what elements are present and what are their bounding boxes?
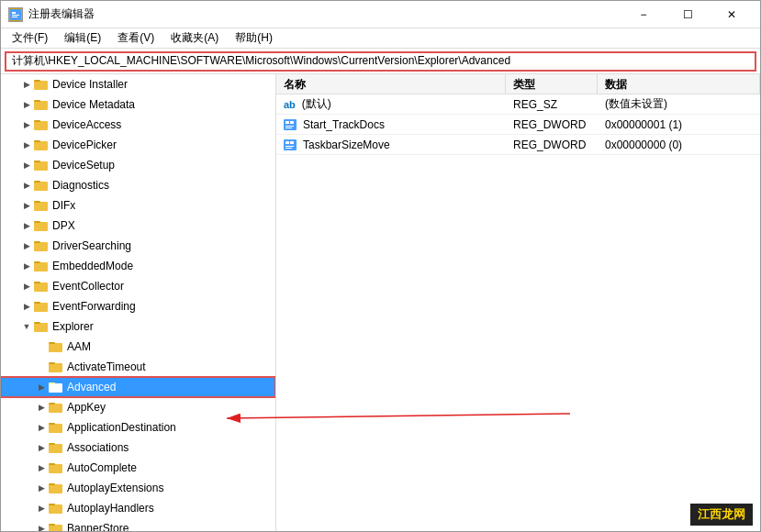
detail-cell-name-trackdocs: Start_TrackDocs [276, 116, 506, 133]
reg-icon-trackdocs [284, 119, 297, 130]
folder-icon-autoplayhandlers [49, 502, 63, 515]
expander-device-installer[interactable]: ▶ [19, 77, 34, 92]
svg-rect-61 [285, 141, 289, 144]
svg-rect-28 [34, 302, 40, 304]
svg-rect-29 [34, 323, 48, 332]
main-wrapper: ▶ Device Installer ▶ Device Metadata ▶ [1, 74, 760, 531]
tree-label-deviceaccess: DeviceAccess [52, 118, 121, 131]
expander-autoplayextensions[interactable]: ▶ [34, 481, 49, 495]
expander-diagnostics[interactable]: ▶ [19, 178, 34, 193]
detail-cell-name-taskbarsizemove: TaskbarSizeMove [276, 137, 506, 153]
expander-bannerstore[interactable]: ▶ [34, 521, 49, 531]
address-input[interactable] [5, 51, 756, 72]
title-bar: 注册表编辑器 − ☐ ✕ [1, 1, 760, 28]
expander-appkey[interactable]: ▶ [34, 400, 49, 415]
expander-advanced[interactable]: ▶ [34, 380, 49, 394]
tree-item-dpx[interactable]: ▶ DPX [1, 216, 275, 236]
close-button[interactable]: ✕ [711, 1, 753, 28]
tree-item-advanced[interactable]: ▶ Advanced [1, 377, 275, 397]
menu-file[interactable]: 文件(F) [5, 28, 55, 48]
expander-deviceaccess[interactable]: ▶ [19, 117, 34, 132]
folder-icon-autoplayextensions [49, 482, 63, 494]
detail-row-trackdocs[interactable]: Start_TrackDocs REG_DWORD 0x00000001 (1) [276, 115, 760, 135]
menu-help[interactable]: 帮助(H) [228, 28, 280, 48]
expander-applicationdestination[interactable]: ▶ [34, 420, 49, 435]
detail-label-taskbarsizemove: TaskbarSizeMove [303, 139, 390, 151]
tree-label-eventforwarding: EventForwarding [52, 300, 136, 313]
menu-view[interactable]: 查看(V) [110, 28, 162, 48]
tree-item-driversearching[interactable]: ▶ DriverSearching [1, 236, 275, 256]
tree-item-devicesetup[interactable]: ▶ DeviceSetup [1, 155, 275, 175]
col-header-type: 类型 [506, 74, 598, 94]
col-header-data: 数据 [598, 74, 760, 94]
svg-rect-21 [34, 242, 48, 251]
folder-icon-device-metadata [34, 98, 49, 111]
expander-associations[interactable]: ▶ [34, 440, 49, 455]
folder-icon-aam [49, 340, 63, 353]
expander-autocomplete[interactable]: ▶ [34, 460, 49, 475]
svg-rect-10 [34, 120, 40, 122]
svg-rect-12 [34, 140, 40, 142]
tree-item-devicepicker[interactable]: ▶ DevicePicker [1, 135, 275, 155]
maximize-button[interactable]: ☐ [666, 1, 709, 28]
tree-item-explorer[interactable]: ▼ Explorer [1, 316, 275, 337]
tree-panel[interactable]: ▶ Device Installer ▶ Device Metadata ▶ [1, 74, 276, 531]
tree-item-device-metadata[interactable]: ▶ Device Metadata [1, 94, 275, 115]
expander-difx[interactable]: ▶ [19, 198, 34, 213]
expander-autoplayhandlers[interactable]: ▶ [34, 501, 49, 515]
detail-row-default[interactable]: ab (默认) REG_SZ (数值未设置) [276, 94, 760, 115]
expander-devicesetup[interactable]: ▶ [19, 158, 34, 172]
tree-item-autoplayhandlers[interactable]: ▶ AutoplayHandlers [1, 498, 275, 518]
svg-line-66 [276, 414, 570, 418]
tree-label-autoplayextensions: AutoplayExtensions [67, 482, 163, 494]
tree-item-device-installer[interactable]: ▶ Device Installer [1, 74, 275, 94]
expander-explorer[interactable]: ▼ [19, 319, 34, 334]
tree-item-difx[interactable]: ▶ DIFx [1, 195, 275, 216]
svg-rect-25 [34, 283, 48, 292]
minimize-button[interactable]: − [622, 1, 665, 28]
expander-embeddedmode[interactable]: ▶ [19, 259, 34, 273]
tree-label-activatetimeout: ActivateTimeout [67, 360, 146, 373]
expander-activatetimeout [34, 360, 49, 374]
tree-item-bannerstore[interactable]: ▶ BannerStore [1, 518, 275, 531]
svg-rect-44 [49, 463, 55, 465]
expander-device-metadata[interactable]: ▶ [19, 97, 34, 112]
tree-label-aam: AAM [67, 340, 91, 353]
detail-cell-data-default: (数值未设置) [598, 94, 760, 114]
tree-item-appkey[interactable]: ▶ AppKey [1, 397, 275, 417]
tree-item-autocomplete[interactable]: ▶ AutoComplete [1, 458, 275, 478]
menu-edit[interactable]: 编辑(E) [57, 28, 108, 48]
title-bar-left: 注册表编辑器 [8, 6, 95, 22]
tree-item-eventcollector[interactable]: ▶ EventCollector [1, 276, 275, 296]
expander-devicepicker[interactable]: ▶ [19, 138, 34, 152]
menu-favorites[interactable]: 收藏夹(A) [163, 28, 226, 48]
svg-rect-43 [49, 464, 62, 473]
tree-item-eventforwarding[interactable]: ▶ EventForwarding [1, 296, 275, 316]
svg-rect-8 [34, 100, 40, 102]
expander-eventcollector[interactable]: ▶ [19, 279, 34, 294]
tree-item-associations[interactable]: ▶ Associations [1, 438, 275, 458]
expander-dpx[interactable]: ▶ [19, 218, 34, 233]
svg-rect-6 [34, 80, 40, 82]
watermark: 江西龙网 [690, 504, 753, 526]
ab-icon-default: ab [284, 99, 296, 110]
tree-item-autoplayextensions[interactable]: ▶ AutoplayExtensions [1, 478, 275, 498]
tree-item-diagnostics[interactable]: ▶ Diagnostics [1, 175, 275, 195]
svg-rect-20 [34, 221, 40, 223]
svg-rect-47 [49, 504, 62, 514]
expander-driversearching[interactable]: ▶ [19, 238, 34, 253]
tree-item-aam[interactable]: AAM [1, 337, 275, 357]
tree-item-embeddedmode[interactable]: ▶ EmbeddedMode [1, 256, 275, 276]
folder-icon-deviceaccess [34, 118, 49, 131]
tree-item-activatetimeout[interactable]: ActivateTimeout [1, 357, 275, 377]
expander-eventforwarding[interactable]: ▶ [19, 299, 34, 314]
detail-row-taskbarsizemove[interactable]: TaskbarSizeMove REG_DWORD 0x00000000 (0) [276, 135, 760, 155]
tree-label-advanced: Advanced [67, 381, 116, 393]
svg-rect-3 [12, 17, 17, 17]
svg-rect-2 [12, 15, 19, 16]
registry-editor-window: 注册表编辑器 − ☐ ✕ 文件(F) 编辑(E) 查看(V) 收藏夹(A) 帮助… [0, 0, 761, 532]
svg-rect-22 [34, 241, 40, 243]
tree-item-applicationdestination[interactable]: ▶ ApplicationDestination [1, 417, 275, 438]
svg-rect-27 [34, 303, 48, 312]
tree-item-deviceaccess[interactable]: ▶ DeviceAccess [1, 115, 275, 135]
